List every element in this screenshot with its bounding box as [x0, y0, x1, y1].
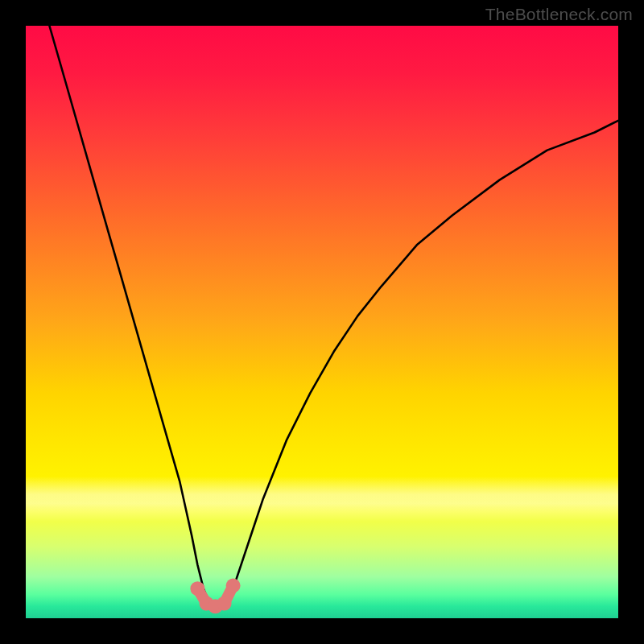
trough-marker-1 — [190, 581, 204, 596]
bottleneck-curve — [49, 26, 618, 606]
curve-layer — [26, 26, 618, 618]
trough-markers — [190, 579, 240, 614]
trough-marker-5 — [226, 579, 241, 593]
attribution-text: TheBottleneck.com — [485, 5, 633, 24]
plot-area — [26, 26, 618, 618]
trough-marker-4 — [217, 597, 232, 611]
chart-frame: TheBottleneck.com — [0, 0, 644, 644]
